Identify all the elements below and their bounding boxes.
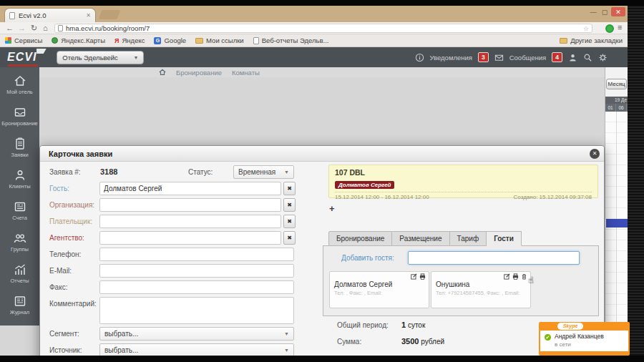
other-bookmarks[interactable]: Другие закладки: [560, 36, 623, 44]
reload-button[interactable]: ↻: [31, 23, 37, 33]
chrome-menu-icon[interactable]: ≡: [618, 23, 622, 31]
segment-select[interactable]: выбрать...▼: [99, 327, 294, 341]
room-card-title: 107 DBL: [335, 168, 592, 177]
room-card[interactable]: 107 DBL Долматов Сергей 15.12.2014 12:00…: [328, 165, 598, 198]
messages-badge[interactable]: 4: [552, 52, 562, 62]
sidebar-item-invoices[interactable]: Счета: [0, 200, 39, 229]
letterbox-right: [628, 6, 644, 356]
fax-input[interactable]: [99, 280, 294, 294]
guest-input[interactable]: [99, 182, 281, 195]
notifications-link[interactable]: Уведомления: [430, 54, 472, 62]
organization-input[interactable]: [99, 198, 281, 212]
extension-icon[interactable]: [605, 24, 614, 33]
clear-organization-button[interactable]: ✖: [283, 198, 296, 212]
tab-close-icon[interactable]: ✕: [86, 12, 91, 19]
clear-agency-button[interactable]: ✖: [283, 231, 296, 245]
workspace: Бронирование Комнаты Мой отель Бронирова…: [0, 67, 628, 356]
bookmark-my-links[interactable]: Мои ссылки: [195, 36, 244, 44]
letterbox-top: [0, 0, 644, 6]
breadcrumb-booking[interactable]: Бронирование: [176, 69, 222, 77]
sidebar-item-my-hotel[interactable]: Мой отель: [0, 74, 39, 103]
comment-textarea[interactable]: [99, 297, 294, 324]
sidebar-item-groups[interactable]: Группы: [0, 231, 39, 260]
tab-placement[interactable]: Размещение: [392, 231, 449, 246]
calendar-date-header: 19 Де: [605, 97, 628, 104]
booking-bar[interactable]: [606, 219, 628, 228]
edit-icon[interactable]: [411, 273, 417, 280]
search-icon[interactable]: [583, 53, 592, 62]
envelope-icon[interactable]: [494, 53, 504, 62]
breadcrumb-rooms[interactable]: Комнаты: [232, 69, 260, 77]
guest-card[interactable]: ☝ Онушкина Тел: +79214587455, Факс: , Em…: [431, 271, 531, 308]
bookmark-yandex[interactable]: ЯЯндекс: [114, 36, 145, 44]
add-guest-label[interactable]: Добавить гостя:: [341, 254, 394, 262]
address-bar[interactable]: hma.ecvi.ru/booking/room/7 ☆: [54, 24, 592, 33]
phone-input[interactable]: [99, 248, 294, 261]
guest-card[interactable]: Долматов Сергей Тел: , Факс: , Email:: [329, 271, 429, 308]
calendar-cell[interactable]: 01: [605, 104, 616, 112]
payer-label[interactable]: Плательщик:: [49, 217, 92, 225]
home-button[interactable]: ⌂: [43, 23, 48, 33]
bookmark-services[interactable]: Сервисы: [5, 36, 42, 44]
print-icon[interactable]: [512, 273, 519, 280]
user-icon[interactable]: [568, 53, 577, 62]
letterbox-bottom: [0, 356, 644, 362]
clear-guest-button[interactable]: ✖: [283, 182, 296, 195]
calendar-cell[interactable]: 06: [616, 104, 627, 112]
window-close-button[interactable]: ✕: [611, 7, 625, 16]
skype-notification[interactable]: Skype ✔ Андрей Казанцев в сети: [539, 322, 630, 356]
clear-payer-button[interactable]: ✖: [283, 215, 296, 228]
modal-close-button[interactable]: ✕: [590, 149, 600, 159]
back-button[interactable]: ←: [6, 23, 14, 33]
tab-tariff[interactable]: Тариф: [450, 231, 487, 246]
home-icon[interactable]: [159, 69, 166, 76]
window-minimize-button[interactable]: —: [588, 7, 598, 16]
tab-title: Ecvi v2.0: [19, 11, 82, 19]
print-icon[interactable]: [419, 273, 426, 280]
forward-button[interactable]: →: [18, 23, 26, 33]
month-view-button[interactable]: Месяц: [606, 79, 627, 89]
sidebar-item-clients[interactable]: Клиенты: [0, 168, 39, 197]
add-guest-input[interactable]: [408, 251, 580, 265]
messages-link[interactable]: Сообщения: [509, 54, 547, 62]
bookmark-google[interactable]: GGoogle: [154, 36, 186, 44]
notifications-badge[interactable]: 3: [478, 52, 489, 62]
bookmark-web-reports[interactable]: Веб-отчеты Эдельв...: [253, 36, 329, 44]
sidebar-nav: Мой отель Бронирование Заявки Клиенты Сч…: [0, 67, 39, 326]
payer-input[interactable]: [99, 215, 281, 228]
booking-calendar-strip: Месяц 19 Де 01 06: [605, 67, 628, 326]
sidebar-item-requests[interactable]: Заявки: [0, 137, 39, 166]
browser-toolbar: ← → ↻ ⌂ hma.ecvi.ru/booking/room/7 ☆ ≡: [0, 22, 628, 34]
sidebar-item-booking[interactable]: Бронирование: [0, 105, 39, 134]
sidebar-item-reports[interactable]: Отчеты: [0, 263, 39, 292]
source-label: Источник:: [49, 346, 82, 354]
email-input[interactable]: [99, 264, 294, 278]
segment-label: Сегмент:: [49, 330, 79, 338]
bookmark-yandex-maps[interactable]: Яндекс.Карты: [52, 36, 105, 44]
guest-label[interactable]: Гость:: [49, 185, 69, 192]
guest-details: Тел: +79214587455, Факс: , Email:: [436, 289, 526, 298]
agency-label[interactable]: Агентство:: [49, 234, 84, 242]
status-select[interactable]: Временная▼: [233, 165, 294, 179]
guests-tab-panel: Добавить гостя: Долматов Сергей Тел: , Ф…: [323, 245, 599, 316]
info-icon[interactable]: [415, 53, 424, 62]
fax-row: Факс:: [40, 280, 323, 296]
browser-tab[interactable]: Ecvi v2.0 ✕: [4, 8, 96, 22]
comment-row: Комментарий:: [40, 296, 323, 326]
new-tab-button[interactable]: [99, 10, 121, 19]
gear-icon[interactable]: [598, 53, 608, 62]
tab-guests[interactable]: Гости: [487, 231, 522, 246]
delete-icon[interactable]: [521, 273, 527, 280]
window-maximize-button[interactable]: ▢: [600, 7, 610, 16]
ecvi-logo[interactable]: ECVI: [7, 51, 36, 64]
edit-icon[interactable]: [504, 273, 510, 280]
bookmark-star-icon[interactable]: ☆: [583, 25, 589, 32]
hotel-selector[interactable]: Отель Эдельвейс▼: [57, 51, 144, 64]
skype-contact-status: в сети: [555, 341, 625, 348]
add-room-button[interactable]: +: [329, 203, 335, 214]
organization-label[interactable]: Организация:: [49, 201, 94, 209]
agency-input[interactable]: [99, 231, 281, 245]
tab-booking[interactable]: Бронирование: [328, 231, 392, 246]
journal-icon: [12, 294, 28, 308]
sidebar-item-journal[interactable]: Журнал: [0, 294, 39, 323]
